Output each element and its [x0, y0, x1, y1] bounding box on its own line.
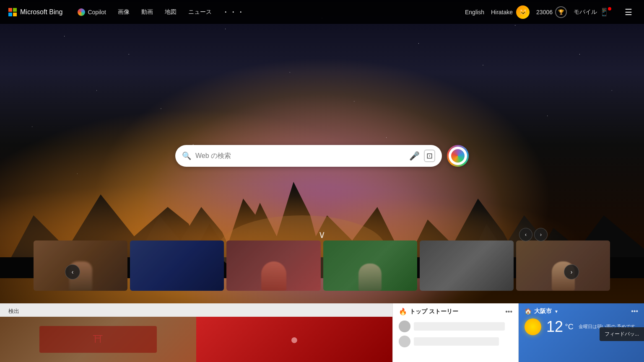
username-label: Hiratake: [491, 9, 513, 16]
nav-copilot-label: Copilot: [88, 9, 106, 16]
discovery-section: 検出 ⛩ ●: [0, 303, 392, 362]
top-stories-menu[interactable]: •••: [505, 308, 512, 315]
weather-sun-icon: [525, 318, 541, 335]
story-item-1[interactable]: [399, 319, 512, 334]
user-account[interactable]: Hiratake 🐱: [491, 5, 530, 19]
news-card-3-bg: [226, 240, 320, 291]
language-selector[interactable]: English: [465, 9, 484, 16]
visual-search-icon[interactable]: ⊡: [424, 150, 435, 162]
weather-menu[interactable]: •••: [631, 308, 638, 315]
story-text-2: [414, 337, 499, 346]
news-prev-icon: ‹: [72, 269, 74, 275]
rewards-icon: 🏆: [555, 6, 567, 18]
feed-badge-label: フィードバッ...: [605, 331, 639, 337]
section-label: 検出: [0, 303, 392, 317]
nav-copilot[interactable]: Copilot: [73, 6, 111, 18]
news-next-button[interactable]: ›: [564, 264, 579, 279]
search-section: 🔍 🎤 ⊡: [175, 145, 469, 167]
points-value: 23006: [536, 9, 553, 16]
nav-news-label: ニュース: [188, 8, 212, 16]
temp-unit: °C: [565, 323, 574, 331]
rewards-points[interactable]: 23006 🏆: [536, 6, 567, 18]
cards-prev-button[interactable]: ‹: [519, 228, 532, 241]
user-avatar: 🐱: [516, 5, 530, 19]
copilot-button[interactable]: [447, 145, 469, 167]
story-item-2[interactable]: [399, 334, 512, 349]
cards-next-button[interactable]: ›: [534, 228, 548, 241]
search-icon: 🔍: [182, 151, 191, 160]
nav-images[interactable]: 画像: [113, 6, 135, 18]
news-card-5-bg: [420, 240, 514, 291]
nav-images-label: 画像: [118, 8, 130, 16]
nav-maps[interactable]: 地図: [160, 6, 182, 18]
mobile-icon: 📱: [600, 8, 609, 17]
search-input[interactable]: [195, 152, 405, 160]
nav-videos[interactable]: 動画: [136, 6, 158, 18]
news-card-1-bg: [34, 240, 127, 291]
copilot-logo-icon: [451, 149, 465, 163]
cards-next-icon: ›: [540, 232, 542, 238]
feed-badge[interactable]: フィードバッ...: [600, 327, 644, 341]
location-chevron-icon: ▼: [554, 309, 558, 314]
news-cards-list: [34, 240, 610, 291]
news-prev-button[interactable]: ‹: [65, 264, 80, 279]
copilot-btn-inner: [449, 147, 467, 165]
cards-prev-icon: ‹: [525, 232, 527, 238]
brand-logo[interactable]: Microsoft Bing: [8, 8, 62, 16]
news-card-5[interactable]: [420, 240, 514, 291]
cards-nav-group: ‹ ›: [519, 228, 548, 241]
news-card-6-bg: [516, 240, 610, 291]
news-card-3[interactable]: [226, 240, 320, 291]
nav-links: Copilot 画像 動画 地図 ニュース ・・・: [73, 5, 455, 19]
top-stories-section: 🔥 トップ ストーリー •••: [392, 303, 518, 362]
news-card-1[interactable]: [34, 240, 127, 291]
mobile-notification-dot: [608, 7, 611, 10]
chevron-down-icon: ∨: [318, 229, 326, 240]
bottom-panel: 検出 ⛩ ● 🔥 トップ ストーリー •••: [0, 303, 644, 362]
news-cards-section: ‹ › ‹: [34, 240, 610, 303]
top-stories-title: 🔥 トップ ストーリー: [399, 308, 458, 315]
navbar: Microsoft Bing Copilot 画像 動画 地図 ニュース ・・・…: [0, 0, 644, 24]
home-icon: 🏠: [525, 308, 532, 315]
weather-header: 🏠 大阪市 ▼ •••: [525, 308, 638, 315]
nav-more-label: ・・・: [222, 8, 244, 16]
microsoft-logo-icon: [8, 8, 17, 16]
scroll-down-button[interactable]: ∨: [318, 229, 326, 240]
story-text-1: [414, 322, 505, 331]
top-stories-label: トップ ストーリー: [410, 308, 458, 315]
hamburger-menu[interactable]: ☰: [621, 5, 636, 19]
story-avatar-2: [399, 336, 410, 347]
news-card-2-bg: [130, 240, 224, 291]
temp-value: 12: [546, 318, 563, 335]
brand-name: Microsoft Bing: [20, 8, 62, 16]
search-box: 🔍 🎤 ⊡: [175, 145, 442, 167]
mobile-link[interactable]: モバイル 📱: [574, 8, 615, 17]
discovery-images: ⛩ ●: [0, 317, 392, 362]
news-card-6[interactable]: [516, 240, 610, 291]
nav-videos-label: 動画: [141, 8, 153, 16]
news-card-4[interactable]: [323, 240, 417, 291]
discovery-image-1[interactable]: ⛩: [0, 317, 196, 362]
news-card-2[interactable]: [130, 240, 224, 291]
top-stories-header: 🔥 トップ ストーリー •••: [399, 308, 512, 315]
weather-city: 大阪市: [534, 308, 552, 315]
fire-icon: 🔥: [399, 308, 407, 315]
weather-location[interactable]: 🏠 大阪市 ▼: [525, 308, 558, 315]
story-avatar-1: [399, 321, 410, 332]
microphone-icon[interactable]: 🎤: [409, 151, 420, 161]
nav-more[interactable]: ・・・: [218, 5, 248, 19]
discovery-image-2[interactable]: ●: [196, 317, 392, 362]
nav-news[interactable]: ニュース: [183, 6, 217, 18]
weather-temperature: 12 °C: [546, 319, 574, 334]
copilot-icon: [78, 8, 85, 16]
nav-right: English Hiratake 🐱 23006 🏆 モバイル 📱 ☰: [465, 5, 636, 19]
news-card-4-bg: [323, 240, 417, 291]
mobile-label: モバイル: [574, 8, 597, 16]
news-next-icon: ›: [571, 269, 573, 275]
nav-maps-label: 地図: [165, 8, 177, 16]
